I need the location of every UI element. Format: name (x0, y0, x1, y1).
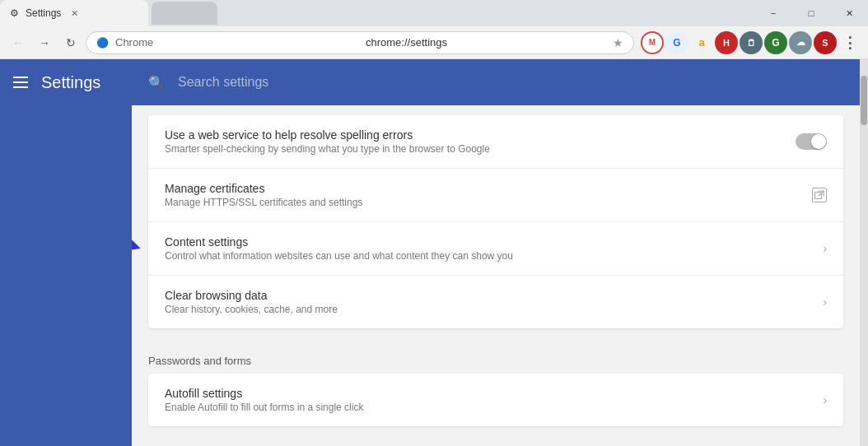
close-button[interactable]: ✕ (830, 0, 868, 26)
setting-title-clear: Clear browsing data (165, 289, 823, 302)
main-layout: Settings 🔍 Use a web service to help res… (0, 59, 868, 446)
new-tab[interactable] (152, 2, 217, 25)
setting-item-clear[interactable]: Clear browsing data Clear history, cooki… (148, 276, 843, 328)
setting-item-autofill[interactable]: Autofill settings Enable Autofill to fil… (148, 374, 843, 426)
window-controls: − □ ✕ (754, 0, 868, 26)
sidebar-title: Settings (41, 73, 100, 92)
omnibox[interactable]: 🔵 Chrome chrome://settings ★ (86, 31, 634, 54)
setting-item-text: Content settings Control what informatio… (165, 235, 823, 262)
gmail-extension-icon[interactable]: M (641, 31, 664, 54)
omnibox-security-icon: 🔵 (96, 37, 109, 49)
setting-item-certificates[interactable]: Manage certificates Manage HTTPS/SSL cer… (148, 169, 843, 222)
chevron-right-icon: › (823, 393, 827, 407)
omnibox-url: chrome://settings (366, 36, 606, 49)
setting-desc-content: Control what information websites can us… (165, 250, 823, 262)
scrollbar[interactable] (860, 59, 868, 446)
search-bar: 🔍 (132, 59, 860, 105)
refresh-button[interactable]: ↻ (59, 31, 82, 54)
blue-arrow-annotation (132, 226, 144, 271)
hamburger-line-3 (13, 86, 28, 88)
forward-button[interactable]: → (33, 31, 56, 54)
chevron-right-icon: › (823, 295, 827, 309)
title-bar: ⚙ Settings ✕ − □ ✕ (0, 0, 868, 26)
minimize-button[interactable]: − (754, 0, 792, 26)
setting-desc-certs: Manage HTTPS/SSL certificates and settin… (165, 197, 812, 208)
sidebar: Settings (0, 59, 132, 446)
maximize-button[interactable]: □ (792, 0, 830, 26)
privacy-settings-card: Use a web service to help resolve spelli… (148, 115, 843, 328)
active-tab[interactable]: ⚙ Settings ✕ (0, 0, 148, 26)
amazon-icon[interactable]: a (690, 31, 713, 54)
search-icon: 🔍 (148, 75, 165, 91)
extension-red2-icon[interactable]: S (814, 31, 837, 54)
hamburger-line-2 (13, 81, 28, 83)
hamburger-menu-button[interactable] (13, 77, 28, 88)
search-input[interactable] (178, 75, 843, 90)
content-area: 🔍 Use a web service to help resolve spel… (132, 59, 860, 446)
extension-gray-icon[interactable]: 🗒 (740, 31, 763, 54)
address-bar: ← → ↻ 🔵 Chrome chrome://settings ★ M G a… (0, 26, 868, 59)
spell-check-toggle[interactable] (796, 133, 827, 150)
setting-title-content: Content settings (165, 235, 823, 249)
extension-green-icon[interactable]: G (764, 31, 787, 54)
setting-item-text: Use a web service to help resolve spelli… (165, 128, 796, 155)
setting-desc-spell: Smarter spell-checking by sending what y… (165, 143, 796, 155)
bookmark-star-icon[interactable]: ★ (613, 36, 623, 49)
setting-item-text: Manage certificates Manage HTTPS/SSL cer… (165, 182, 812, 208)
setting-desc-autofill: Enable Autofill to fill out forms in a s… (165, 402, 823, 413)
section-header-passwords: Passwords and forms (132, 341, 860, 374)
scroll-thumb[interactable] (861, 76, 867, 125)
chevron-right-icon: › (823, 242, 827, 255)
google-meet-icon[interactable]: G (665, 31, 688, 54)
passwords-forms-card: Autofill settings Enable Autofill to fil… (148, 374, 843, 426)
setting-title-autofill: Autofill settings (165, 387, 823, 400)
back-button[interactable]: ← (7, 31, 30, 54)
sidebar-header: Settings (0, 59, 132, 105)
tab-strip: ⚙ Settings ✕ (0, 0, 217, 26)
chrome-menu-button[interactable]: ⋮ (838, 31, 861, 54)
setting-item-text: Clear browsing data Clear history, cooki… (165, 289, 823, 315)
setting-item-spell-check: Use a web service to help resolve spelli… (148, 115, 843, 169)
extension-cloud-icon[interactable]: ☁ (789, 31, 812, 54)
tab-favicon: ⚙ (10, 7, 19, 19)
tab-close-button[interactable]: ✕ (68, 7, 81, 20)
svg-rect-0 (815, 193, 822, 199)
tab-title: Settings (26, 7, 61, 19)
setting-desc-clear: Clear history, cookies, cache, and more (165, 304, 823, 315)
extension-red-icon[interactable]: H (715, 31, 738, 54)
omnibox-brand: Chrome (115, 36, 356, 49)
setting-title-spell: Use a web service to help resolve spelli… (165, 128, 796, 142)
external-link-icon (812, 188, 827, 202)
hamburger-line-1 (13, 77, 28, 78)
setting-item-content[interactable]: Content settings Control what informatio… (148, 222, 843, 276)
toolbar-extensions: M G a H 🗒 G ☁ S ⋮ (641, 31, 861, 54)
setting-title-certs: Manage certificates (165, 182, 812, 195)
settings-content: Use a web service to help resolve spelli… (132, 105, 860, 446)
setting-item-text: Autofill settings Enable Autofill to fil… (165, 387, 823, 413)
